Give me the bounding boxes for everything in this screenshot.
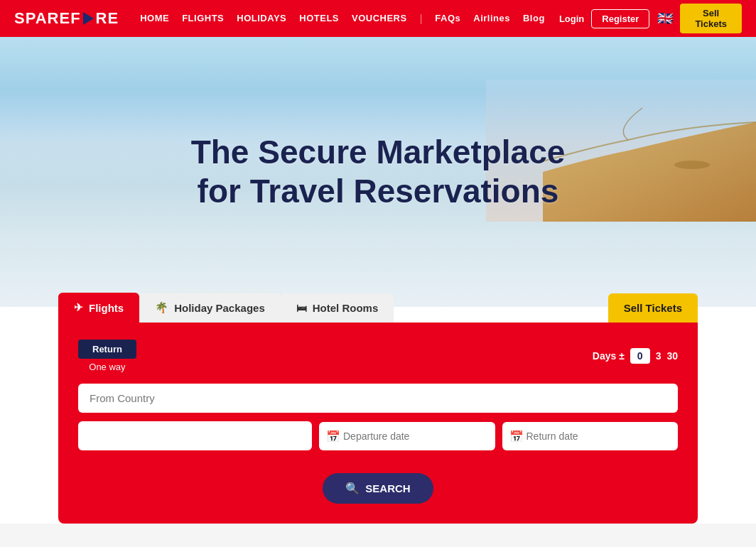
hero-title-line2: for Travel Reservations (198, 173, 559, 210)
sell-tickets-nav-button[interactable]: Sell Tickets (680, 4, 742, 33)
flag-icon[interactable]: 🇬🇧 (657, 11, 673, 26)
departure-date-wrapper: 📅 (319, 422, 495, 450)
tab-hotel-label: Hotel Rooms (313, 302, 379, 314)
hero-title-line1: The Secure Marketplace (191, 134, 566, 170)
trip-type-buttons: Return One way (78, 340, 136, 372)
svg-point-1 (674, 161, 710, 169)
bed-icon: 🛏 (296, 302, 307, 314)
days-section: Days ± 0 3 30 (593, 348, 678, 364)
nav-links: HOME FLIGHTS HOLIDAYS HOTELS VOUCHERS | … (140, 13, 545, 24)
nav-home[interactable]: HOME (140, 13, 169, 24)
tab-holiday[interactable]: 🌴 Holiday Packages (139, 293, 281, 323)
hero-title: The Secure Marketplace for Travel Reserv… (191, 133, 566, 211)
nav-divider: | (420, 13, 423, 24)
navbar: SPAREF RE HOME FLIGHTS HOLIDAYS HOTELS V… (0, 0, 756, 37)
from-country-row (78, 384, 678, 413)
oneway-link[interactable]: One way (78, 362, 136, 372)
days-value-0[interactable]: 0 (630, 348, 650, 364)
page-footer (0, 524, 756, 547)
logo-text-end: RE (96, 9, 119, 28)
nav-login[interactable]: Login (559, 13, 584, 24)
tabs-row: ✈ Flights 🌴 Holiday Packages 🛏 Hotel Roo… (58, 293, 698, 323)
register-button[interactable]: Register (591, 9, 649, 28)
search-button[interactable]: 🔍 SEARCH (323, 473, 433, 504)
tab-hotel[interactable]: 🛏 Hotel Rooms (281, 293, 394, 323)
search-panel: ✈ Flights 🌴 Holiday Packages 🛏 Hotel Roo… (58, 293, 698, 524)
nav-holidays[interactable]: HOLIDAYS (237, 13, 286, 24)
return-date-wrapper: 📅 (502, 422, 679, 450)
search-icon: 🔍 (345, 482, 360, 495)
nav-hotels[interactable]: HOTELS (299, 13, 339, 24)
nav-flights[interactable]: FLIGHTS (182, 13, 224, 24)
nav-vouchers[interactable]: VOUCHERS (352, 13, 407, 24)
nav-faqs[interactable]: FAQs (435, 13, 460, 24)
days-value-2[interactable]: 30 (666, 350, 678, 362)
tab-sell-label: Sell Tickets (624, 302, 682, 314)
from-country-input[interactable] (78, 384, 678, 413)
search-panel-wrapper: ✈ Flights 🌴 Holiday Packages 🛏 Hotel Roo… (0, 293, 756, 524)
hero-section: The Secure Marketplace for Travel Reserv… (0, 37, 756, 307)
nav-blog[interactable]: Blog (523, 13, 545, 24)
tab-sell[interactable]: Sell Tickets (608, 293, 698, 323)
search-bottom-row: All Countries 📅 📅 (78, 421, 678, 450)
return-button[interactable]: Return (78, 340, 136, 359)
search-button-label: SEARCH (365, 482, 410, 494)
search-top-row: Return One way Days ± 0 3 30 (78, 340, 678, 372)
palm-icon: 🌴 (155, 301, 168, 314)
all-countries-input[interactable]: All Countries (78, 421, 312, 450)
tab-holiday-label: Holiday Packages (174, 302, 265, 314)
tab-flights[interactable]: ✈ Flights (58, 293, 139, 323)
days-label: Days ± (593, 350, 625, 362)
logo[interactable]: SPAREF RE (14, 9, 119, 28)
days-value-1[interactable]: 3 (656, 350, 662, 362)
logo-text-start: SPAREF (14, 9, 81, 28)
logo-arrow-icon (83, 12, 94, 25)
departure-date-input[interactable] (319, 422, 495, 450)
nav-right: Login Register 🇬🇧 Sell Tickets (559, 4, 742, 33)
nav-airlines[interactable]: Airlines (473, 13, 510, 24)
tab-flights-label: Flights (89, 302, 124, 314)
plane-icon: ✈ (74, 301, 83, 314)
return-date-input[interactable] (502, 422, 679, 450)
search-body: Return One way Days ± 0 3 30 All Countri… (58, 323, 698, 524)
